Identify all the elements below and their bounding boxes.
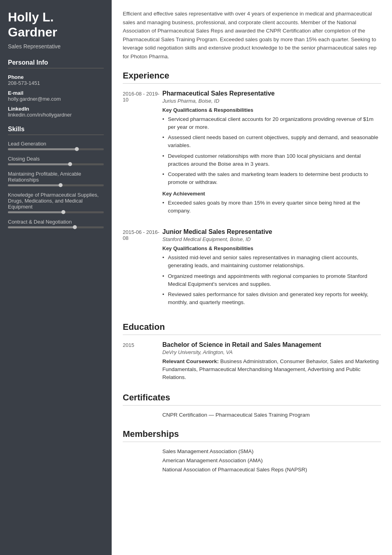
membership-value: Sales Management Association (SMA) <box>162 448 253 454</box>
list-item: Exceeded sales goals by more than 15% in… <box>162 199 381 215</box>
skill-bar <box>8 211 104 213</box>
email-label: E-mail <box>8 90 104 96</box>
skill-bar-dot <box>73 225 77 229</box>
certificates-section: Certificates CNPR Certification — Pharma… <box>123 392 381 418</box>
exp-company: Jurius Pharma, Boise, ID <box>162 98 381 104</box>
achievement-list: Exceeded sales goals by more than 15% in… <box>162 199 381 215</box>
skill-bar-fill <box>8 148 77 150</box>
memberships-list: Sales Management Association (SMA) Ameri… <box>123 448 381 473</box>
skills-list: Lead Generation Closing Deals Maintainin… <box>8 141 104 228</box>
skill-name: Lead Generation <box>8 141 104 147</box>
skill-name: Contract & Deal Negotiation <box>8 219 104 225</box>
candidate-name: Holly L. Gardner <box>8 10 104 40</box>
linkedin-value: linkedin.com/in/hollygardner <box>8 112 104 118</box>
linkedin-block: LinkedIn linkedin.com/in/hollygardner <box>8 106 104 118</box>
list-item: Cooperated with the sales and marketing … <box>162 170 381 187</box>
phone-label: Phone <box>8 74 104 80</box>
skill-item: Knowledge of Pharmaceutical Supplies, Dr… <box>8 192 104 213</box>
skills-heading: Skills <box>8 126 104 135</box>
skill-bar <box>8 148 104 150</box>
certificate-value: CNPR Certification — Pharmaceutical Sale… <box>162 412 310 418</box>
edu-degree: Bachelor of Science in Retail and Sales … <box>162 341 381 348</box>
candidate-title: Sales Representative <box>8 43 104 50</box>
skill-bar-fill <box>8 226 75 228</box>
skill-item: Closing Deals <box>8 156 104 165</box>
linkedin-label: LinkedIn <box>8 106 104 112</box>
edu-school: DeVry University, Arlington, VA <box>162 349 381 355</box>
experience-row: 2015-06 - 2016-08 Junior Medical Sales R… <box>123 228 381 311</box>
exp-content: Junior Medical Sales Representative Stan… <box>162 228 381 311</box>
experience-row: 2016-08 - 2019-10 Pharmaceutical Sales R… <box>123 90 381 219</box>
list-item: Assessed client needs based on current o… <box>162 134 381 150</box>
education-list: 2015 Bachelor of Science in Retail and S… <box>123 341 381 382</box>
membership-value: American Management Association (AMA) <box>162 457 263 463</box>
membership-value: National Association of Pharmaceutical S… <box>162 467 307 473</box>
membership-spacer <box>123 457 162 463</box>
certificates-list: CNPR Certification — Pharmaceutical Sale… <box>123 412 381 418</box>
experience-section: Experience 2016-08 - 2019-10 Pharmaceuti… <box>123 71 381 311</box>
qualifications-list: Assisted mid-level and senior sales repr… <box>162 254 381 307</box>
phone-block: Phone 208-573-1451 <box>8 74 104 86</box>
memberships-section: Memberships Sales Management Association… <box>123 429 381 473</box>
education-heading: Education <box>123 322 381 335</box>
exp-job-title: Pharmaceutical Sales Representative <box>162 90 381 97</box>
memberships-heading: Memberships <box>123 429 381 442</box>
qualifications-label: Key Qualifications & Responsibilities <box>162 107 381 113</box>
skill-item: Contract & Deal Negotiation <box>8 219 104 228</box>
summary-text: Efficient and effective sales representa… <box>123 10 381 61</box>
list-item: Serviced pharmaceutical client accounts … <box>162 115 381 132</box>
main-content: Efficient and effective sales representa… <box>112 0 392 555</box>
skill-bar-fill <box>8 184 61 186</box>
exp-content: Pharmaceutical Sales Representative Juri… <box>162 90 381 219</box>
certificate-row: CNPR Certification — Pharmaceutical Sale… <box>123 412 381 418</box>
skill-name: Closing Deals <box>8 156 104 162</box>
skill-item: Maintaining Profitable, Amicable Relatio… <box>8 171 104 186</box>
skill-bar-dot <box>75 147 79 151</box>
membership-spacer <box>123 448 162 454</box>
email-block: E-mail holly.gardner@me.com <box>8 90 104 102</box>
skill-bar-fill <box>8 163 70 165</box>
membership-row: Sales Management Association (SMA) <box>123 448 381 454</box>
membership-spacer <box>123 467 162 473</box>
skill-item: Lead Generation <box>8 141 104 150</box>
skill-bar-fill <box>8 211 63 213</box>
skill-bar <box>8 163 104 165</box>
list-item: Developed customer relationships with mo… <box>162 152 381 168</box>
achievement-label: Key Achievement <box>162 191 381 197</box>
edu-content: Bachelor of Science in Retail and Sales … <box>162 341 381 382</box>
email-value: holly.gardner@me.com <box>8 96 104 102</box>
certificates-heading: Certificates <box>123 392 381 406</box>
list-item: Organized meetings and appointments with… <box>162 272 381 289</box>
phone-value: 208-573-1451 <box>8 80 104 86</box>
exp-job-title: Junior Medical Sales Representative <box>162 228 381 235</box>
edu-date: 2015 <box>123 341 162 382</box>
exp-date: 2016-08 - 2019-10 <box>123 90 162 219</box>
list-item: Reviewed sales performance for sales div… <box>162 291 381 307</box>
skill-bar-dot <box>59 183 63 187</box>
qualifications-list: Serviced pharmaceutical client accounts … <box>162 115 381 187</box>
exp-date: 2015-06 - 2016-08 <box>123 228 162 311</box>
qualifications-label: Key Qualifications & Responsibilities <box>162 245 381 251</box>
skill-bar-dot <box>61 210 65 214</box>
skill-name: Knowledge of Pharmaceutical Supplies, Dr… <box>8 192 104 210</box>
experience-heading: Experience <box>123 71 381 84</box>
cert-spacer <box>123 412 162 418</box>
list-item: Assisted mid-level and senior sales repr… <box>162 254 381 270</box>
education-section: Education 2015 Bachelor of Science in Re… <box>123 322 381 382</box>
personal-info-heading: Personal Info <box>8 59 104 69</box>
skill-bar <box>8 184 104 186</box>
skill-bar <box>8 226 104 228</box>
skill-name: Maintaining Profitable, Amicable Relatio… <box>8 171 104 183</box>
education-row: 2015 Bachelor of Science in Retail and S… <box>123 341 381 382</box>
exp-company: Stanford Medical Equipment, Boise, ID <box>162 236 381 242</box>
experience-list: 2016-08 - 2019-10 Pharmaceutical Sales R… <box>123 90 381 311</box>
sidebar: Holly L. Gardner Sales Representative Pe… <box>0 0 112 555</box>
membership-row: American Management Association (AMA) <box>123 457 381 463</box>
membership-row: National Association of Pharmaceutical S… <box>123 467 381 473</box>
edu-coursework: Relevant Coursework: Business Administra… <box>162 358 381 382</box>
skill-bar-dot <box>68 162 72 166</box>
